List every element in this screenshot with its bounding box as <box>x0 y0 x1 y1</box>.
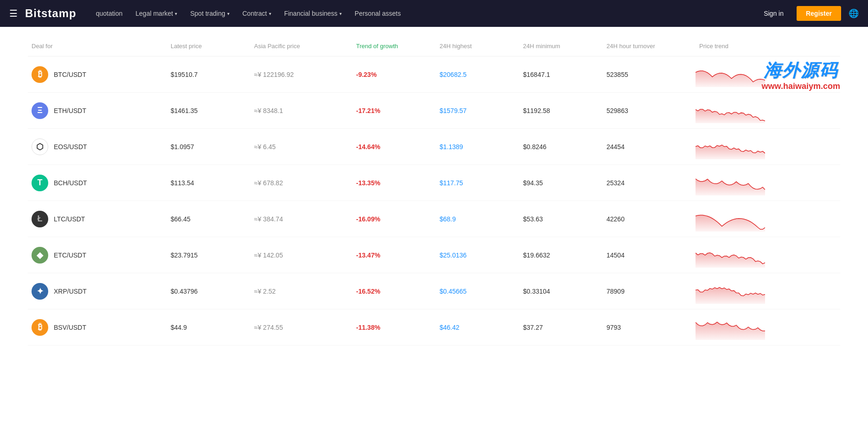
cell-24h-low: $53.63 <box>519 212 603 226</box>
cell-24h-low: $0.8246 <box>519 139 603 154</box>
cell-turnover: 42260 <box>603 212 696 226</box>
cell-24h-low: $37.27 <box>519 320 603 335</box>
pair-name: BTC/USDT <box>54 71 86 78</box>
cell-turnover: 25324 <box>603 176 696 190</box>
coin-icon: ⬡ <box>32 138 48 155</box>
cell-pair: ₿ BSV/USDT <box>28 315 167 339</box>
cell-24h-high: $46.42 <box>436 320 519 335</box>
cell-24h-high: $1579.57 <box>436 103 519 118</box>
cell-asia-price: ≈¥ 6.45 <box>250 139 352 154</box>
coin-icon: ₿ <box>32 66 48 83</box>
coin-icon: ₿ <box>32 319 48 336</box>
nav-right: Sign in Register 🌐 <box>758 6 859 21</box>
col-24h-high: 24H highest <box>436 41 519 51</box>
cell-24h-high: $0.45665 <box>436 284 519 299</box>
cell-asia-price: ≈¥ 678.82 <box>250 176 352 190</box>
pair-name: ETH/USDT <box>54 107 86 114</box>
nav-financial-business[interactable]: Financial business ▾ <box>279 6 347 21</box>
navbar: ☰ Bitstamp quotation Legal market ▾ Spot… <box>0 0 868 27</box>
table-row[interactable]: T BCH/USDT $113.54 ≈¥ 678.82 -13.35% $11… <box>28 165 840 201</box>
nav-legal-market[interactable]: Legal market ▾ <box>130 6 183 21</box>
cell-asia-price: ≈¥ 2.52 <box>250 284 352 299</box>
cell-pair: Ł LTC/USDT <box>28 207 167 231</box>
cell-24h-high: $25.0136 <box>436 248 519 263</box>
cell-24h-low: $1192.58 <box>519 103 603 118</box>
cell-24h-low: $16847.1 <box>519 67 603 82</box>
table-row[interactable]: Ł LTC/USDT $66.45 ≈¥ 384.74 -16.09% $68.… <box>28 201 840 237</box>
cell-pair: ₿ BTC/USDT <box>28 63 167 87</box>
cell-24h-high: $117.75 <box>436 176 519 190</box>
register-button[interactable]: Register <box>797 6 841 21</box>
globe-icon[interactable]: 🌐 <box>849 8 859 19</box>
chevron-down-icon: ▾ <box>339 11 342 16</box>
cell-24h-high: $20682.5 <box>436 67 519 82</box>
coin-icon: Ł <box>32 211 48 227</box>
cell-pair: ⬡ EOS/USDT <box>28 135 167 159</box>
cell-pair: T BCH/USDT <box>28 171 167 195</box>
cell-24h-low: $94.35 <box>519 176 603 190</box>
table-body: ₿ BTC/USDT $19510.7 ≈¥ 122196.92 -9.23% … <box>28 57 840 346</box>
nav-personal-assets[interactable]: Personal assets <box>349 6 407 21</box>
table-row[interactable]: ₿ BTC/USDT $19510.7 ≈¥ 122196.92 -9.23% … <box>28 57 840 93</box>
pair-name: BCH/USDT <box>54 179 87 187</box>
coin-icon: ✦ <box>32 283 48 300</box>
pair-name: XRP/USDT <box>54 288 87 295</box>
col-latest-price: Latest price <box>167 41 250 51</box>
table-row[interactable]: ⬡ EOS/USDT $1.0957 ≈¥ 6.45 -14.64% $1.13… <box>28 129 840 165</box>
mini-chart <box>696 242 765 268</box>
nav-links: quotation Legal market ▾ Spot trading ▾ … <box>90 6 758 21</box>
cell-turnover: 529863 <box>603 103 696 118</box>
cell-trend: -9.23% <box>352 67 436 82</box>
mini-chart <box>696 206 765 232</box>
cell-trend: -17.21% <box>352 103 436 118</box>
cell-24h-high: $1.1389 <box>436 139 519 154</box>
col-trend: Trend of growth <box>352 41 436 51</box>
market-table: Deal for Latest price Asia Pacific price… <box>0 27 868 355</box>
table-header: Deal for Latest price Asia Pacific price… <box>28 36 840 57</box>
cell-asia-price: ≈¥ 122196.92 <box>250 67 352 82</box>
cell-turnover: 78909 <box>603 284 696 299</box>
logo[interactable]: Bitstamp <box>25 7 77 20</box>
col-asia-price: Asia Pacific price <box>250 41 352 51</box>
cell-24h-low: $19.6632 <box>519 248 603 263</box>
table-row[interactable]: ₿ BSV/USDT $44.9 ≈¥ 274.55 -11.38% $46.4… <box>28 309 840 346</box>
pair-name: BSV/USDT <box>54 324 86 331</box>
cell-24h-high: $68.9 <box>436 212 519 226</box>
cell-asia-price: ≈¥ 274.55 <box>250 320 352 335</box>
cell-pair: ✦ XRP/USDT <box>28 279 167 303</box>
cell-trend: -13.47% <box>352 248 436 263</box>
col-24h-turnover: 24H hour turnover <box>603 41 696 51</box>
cell-trend: -16.52% <box>352 284 436 299</box>
mini-chart <box>696 278 765 304</box>
table-row[interactable]: ✦ XRP/USDT $0.43796 ≈¥ 2.52 -16.52% $0.4… <box>28 273 840 309</box>
cell-trend: -16.09% <box>352 212 436 226</box>
col-deal-for: Deal for <box>28 41 167 51</box>
cell-turnover: 14504 <box>603 248 696 263</box>
cell-turnover: 523855 <box>603 67 696 82</box>
chevron-down-icon: ▾ <box>227 11 230 16</box>
hamburger-icon[interactable]: ☰ <box>9 8 18 19</box>
nav-spot-trading[interactable]: Spot trading ▾ <box>185 6 235 21</box>
coin-icon: T <box>32 175 48 191</box>
cell-turnover: 24454 <box>603 139 696 154</box>
col-price-trend: Price trend <box>696 41 788 51</box>
table-row[interactable]: ◆ ETC/USDT $23.7915 ≈¥ 142.05 -13.47% $2… <box>28 237 840 273</box>
cell-pair: Ξ ETH/USDT <box>28 99 167 123</box>
table-row[interactable]: Ξ ETH/USDT $1461.35 ≈¥ 8348.1 -17.21% $1… <box>28 93 840 129</box>
mini-chart <box>696 314 765 340</box>
cell-trend: -11.38% <box>352 320 436 335</box>
cell-asia-price: ≈¥ 8348.1 <box>250 103 352 118</box>
mini-chart <box>696 134 765 159</box>
mini-chart <box>696 62 765 87</box>
nav-contract[interactable]: Contract ▾ <box>237 6 277 21</box>
cell-latest-price: $1461.35 <box>167 103 250 118</box>
pair-name: ETC/USDT <box>54 251 86 259</box>
cell-trend: -14.64% <box>352 139 436 154</box>
cell-pair: ◆ ETC/USDT <box>28 243 167 267</box>
cell-latest-price: $19510.7 <box>167 67 250 82</box>
pair-name: EOS/USDT <box>54 143 87 151</box>
cell-turnover: 9793 <box>603 320 696 335</box>
nav-quotation[interactable]: quotation <box>90 6 128 21</box>
cell-latest-price: $44.9 <box>167 320 250 335</box>
signin-button[interactable]: Sign in <box>758 7 789 20</box>
